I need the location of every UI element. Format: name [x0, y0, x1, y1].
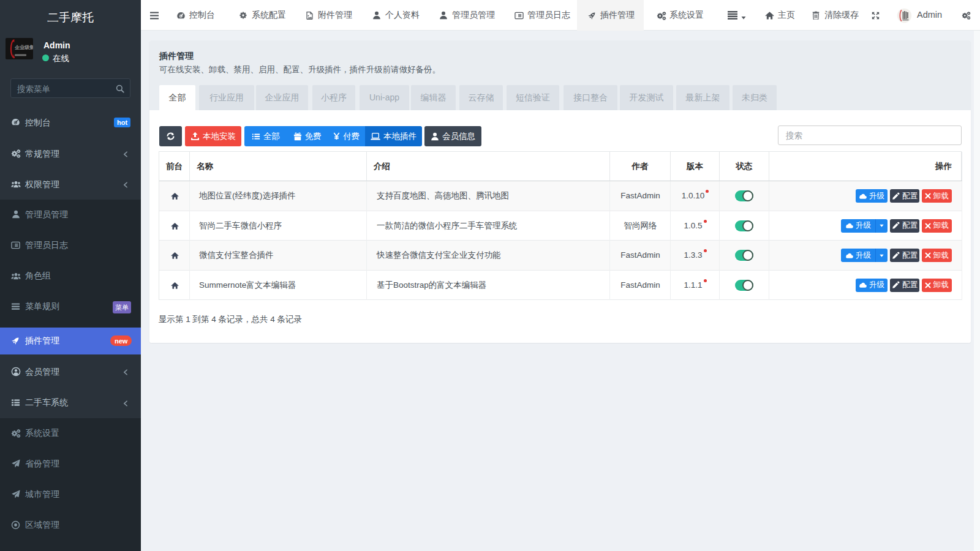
svg-text:企业级集群: 企业级集群	[14, 45, 33, 50]
